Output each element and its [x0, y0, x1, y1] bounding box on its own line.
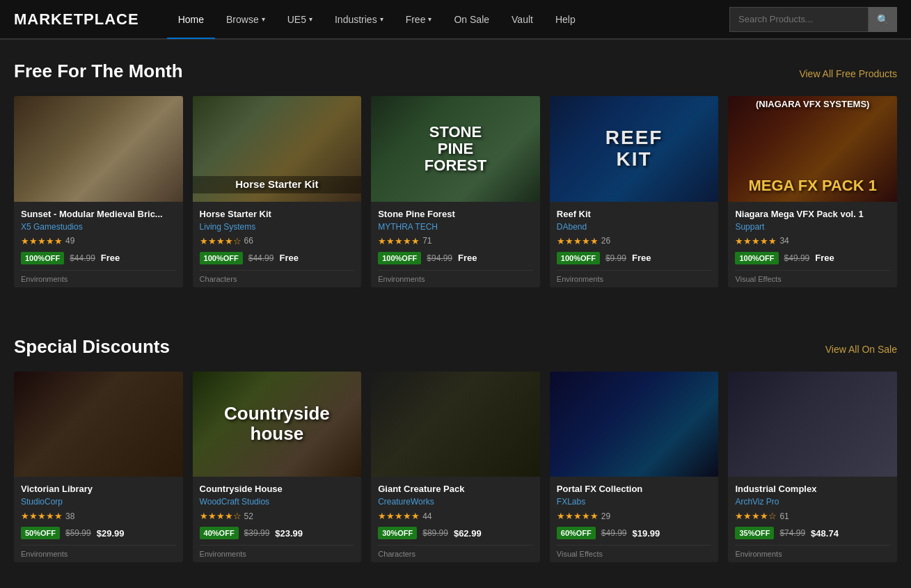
original-price: $9.99: [605, 253, 626, 263]
product-image-label: Countryside house: [224, 404, 330, 444]
discount-badge: 100%OFF: [557, 252, 600, 264]
product-image: [14, 372, 183, 477]
product-author: MYTHRA TECH: [378, 222, 533, 232]
stars-icon: ★★★★★: [557, 511, 599, 521]
nav-link-on-sale[interactable]: On Sale: [443, 0, 500, 39]
stars-icon: ★★★★☆: [200, 236, 241, 246]
product-author: CreatureWorks: [378, 497, 533, 507]
discount-badge: 40%OFF: [200, 527, 239, 539]
final-price: $29.99: [97, 528, 125, 539]
discounts-section: Special Discounts View All On Sale Victo…: [0, 315, 911, 588]
nav-link-industries[interactable]: Industries▾: [324, 0, 395, 39]
product-image: REEF KIT: [550, 96, 719, 202]
product-category: Environments: [21, 270, 176, 283]
product-rating: ★★★★☆52: [200, 511, 355, 521]
rating-count: 26: [601, 236, 610, 246]
final-price: Free: [101, 253, 120, 263]
nav-link-browse[interactable]: Browse▾: [215, 0, 276, 39]
original-price: $94.99: [427, 253, 452, 263]
rating-count: 29: [601, 511, 610, 521]
nav-link-free[interactable]: Free▾: [395, 0, 443, 39]
rating-count: 44: [422, 511, 431, 521]
product-image-label: (NIAGARA VFX SYSTEMS): [728, 100, 897, 109]
product-category: Environments: [557, 270, 712, 283]
discount-badge: 35%OFF: [735, 527, 774, 539]
discount-badge: 100%OFF: [200, 252, 243, 264]
view-all-free-link[interactable]: View All Free Products: [799, 68, 897, 79]
stars-icon: ★★★★★: [21, 236, 63, 246]
original-price: $44.99: [248, 253, 274, 263]
product-rating: ★★★★★26: [557, 236, 712, 246]
view-all-sale-link[interactable]: View All On Sale: [825, 344, 897, 355]
rating-count: 66: [244, 236, 253, 246]
product-author: X5 Gamestudios: [21, 222, 176, 232]
product-card[interactable]: Horse Starter KitHorse Starter KitLiving…: [193, 96, 362, 287]
final-price: $48.74: [811, 528, 839, 539]
product-card[interactable]: Victorian LibraryStudioCorp★★★★★3850%OFF…: [14, 372, 183, 563]
product-category: Visual Effects: [735, 270, 890, 283]
product-card[interactable]: REEF KITReef KitDAbend★★★★★26100%OFF$9.9…: [550, 96, 719, 287]
product-image: Horse Starter Kit: [193, 96, 362, 202]
search-button[interactable]: 🔍: [869, 7, 897, 32]
navbar: MARKETPLACE HomeBrowse▾UE5▾Industries▾Fr…: [0, 0, 911, 40]
stars-icon: ★★★★★: [735, 236, 777, 246]
product-price-row: 35%OFF$74.99$48.74: [735, 527, 890, 539]
product-card[interactable]: STONE PINE FORESTStone Pine ForestMYTHRA…: [371, 96, 540, 287]
nav-link-home[interactable]: Home: [167, 0, 215, 39]
product-name: Giant Creature Pack: [378, 484, 533, 494]
discount-badge: 50%OFF: [21, 527, 60, 539]
product-price-row: 60%OFF$49.99$19.99: [557, 527, 712, 539]
product-card[interactable]: Industrial ComplexArchViz Pro★★★★☆6135%O…: [728, 372, 897, 563]
nav-link-ue5[interactable]: UE5▾: [276, 0, 324, 39]
discount-badge: 60%OFF: [557, 527, 596, 539]
product-author: StudioCorp: [21, 497, 176, 507]
final-price: Free: [632, 253, 651, 263]
product-name: Victorian Library: [21, 484, 176, 494]
product-rating: ★★★★☆61: [735, 511, 890, 521]
product-name: Industrial Complex: [735, 484, 890, 494]
product-price-row: 40%OFF$39.99$23.99: [200, 527, 355, 539]
product-rating: ★★★★★29: [557, 511, 712, 521]
product-name: Niagara Mega VFX Pack vol. 1: [735, 209, 890, 219]
original-price: $49.99: [784, 253, 810, 263]
rating-count: 71: [422, 236, 431, 246]
free-section: Free For The Month View All Free Product…: [0, 40, 911, 315]
product-name: Portal FX Collection: [557, 484, 712, 494]
stars-icon: ★★★★★: [21, 511, 63, 521]
product-price-row: 30%OFF$89.99$62.99: [378, 527, 533, 539]
final-price: $23.99: [275, 528, 303, 539]
search-input[interactable]: [729, 7, 869, 32]
stars-icon: ★★★★☆: [200, 511, 241, 521]
stars-icon: ★★★★★: [378, 511, 420, 521]
nav-link-help[interactable]: Help: [544, 0, 587, 39]
product-card[interactable]: Giant Creature PackCreatureWorks★★★★★443…: [371, 372, 540, 563]
product-name: Countryside House: [200, 484, 355, 494]
nav-links: HomeBrowse▾UE5▾Industries▾Free▾On SaleVa…: [167, 0, 729, 39]
product-category: Environments: [378, 270, 533, 283]
product-author: WoodCraft Studios: [200, 497, 355, 507]
product-rating: ★★★★★49: [21, 236, 176, 246]
product-name: Stone Pine Forest: [378, 209, 533, 219]
original-price: $59.99: [65, 528, 91, 538]
free-section-header: Free For The Month View All Free Product…: [14, 61, 897, 82]
product-author: Living Systems: [200, 222, 355, 232]
product-image-label: REEF KIT: [592, 127, 676, 170]
product-name: Horse Starter Kit: [200, 209, 355, 219]
nav-link-vault[interactable]: Vault: [500, 0, 544, 39]
product-image: [14, 96, 183, 202]
product-price-row: 100%OFF$94.99Free: [378, 252, 533, 264]
discounts-products-grid: Victorian LibraryStudioCorp★★★★★3850%OFF…: [14, 372, 897, 563]
discount-badge: 100%OFF: [378, 252, 421, 264]
final-price: Free: [458, 253, 477, 263]
final-price: $19.99: [633, 528, 660, 539]
product-author: FXLabs: [557, 497, 712, 507]
final-price: $62.99: [454, 528, 482, 539]
site-logo[interactable]: MARKETPLACE: [14, 10, 139, 29]
product-image: [371, 372, 540, 477]
stars-icon: ★★★★★: [557, 236, 599, 246]
product-card[interactable]: (NIAGARA VFX SYSTEMS)MEGA FX PACK 1Niaga…: [728, 96, 897, 287]
rating-count: 34: [779, 236, 789, 246]
product-card[interactable]: Countryside houseCountryside HouseWoodCr…: [193, 372, 362, 563]
product-card[interactable]: Portal FX CollectionFXLabs★★★★★2960%OFF$…: [550, 372, 719, 563]
product-card[interactable]: Sunset - Modular Medieval Bric...X5 Game…: [14, 96, 183, 287]
